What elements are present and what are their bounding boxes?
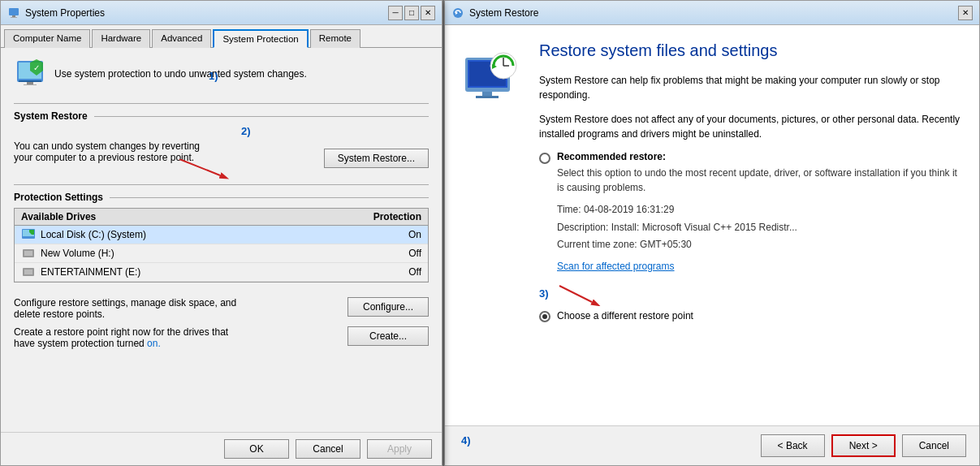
recommended-option-content: Recommended restore: Select this option … bbox=[557, 151, 963, 272]
tab-advanced[interactable]: Advanced bbox=[152, 29, 211, 48]
system-restore-button[interactable]: System Restore... bbox=[324, 149, 429, 168]
system-properties-content: ✓ Use system protection to undo unwanted… bbox=[1, 48, 442, 432]
create-row: Create a restore point right now for the… bbox=[14, 326, 429, 349]
ok-button[interactable]: OK bbox=[224, 439, 289, 459]
tab-hardware[interactable]: Hardware bbox=[92, 29, 150, 48]
drive-h-protection: Off bbox=[408, 248, 421, 259]
sr-heading: Restore system files and settings bbox=[539, 41, 963, 60]
annotation-arrow-3 bbox=[555, 282, 604, 306]
svg-line-11 bbox=[179, 159, 220, 175]
sr-para2: System Restore does not affect any of yo… bbox=[539, 112, 963, 141]
configure-description: Configure restore settings, manage disk … bbox=[14, 297, 341, 320]
restore-timezone: Current time zone: GMT+05:30 bbox=[557, 236, 963, 254]
system-restore-row: You can undo system changes by reverting… bbox=[14, 140, 429, 168]
svg-rect-18 bbox=[24, 270, 32, 274]
svg-rect-7 bbox=[24, 84, 37, 85]
tabs-container: Computer Name Hardware Advanced System P… bbox=[1, 25, 442, 48]
tab-system-protection[interactable]: System Protection bbox=[213, 29, 308, 48]
sr-main-icon bbox=[461, 41, 526, 106]
system-properties-window: System Properties ─ □ ✕ Computer Name Ha… bbox=[0, 0, 443, 466]
system-properties-title: System Properties bbox=[25, 7, 105, 19]
apply-button[interactable]: Apply bbox=[367, 439, 432, 459]
create-button[interactable]: Create... bbox=[348, 326, 429, 346]
drive-c-name: Local Disk (C:) (System) bbox=[41, 229, 146, 240]
annotation-3: 3) bbox=[539, 287, 549, 300]
sr-para1: System Restore can help fix problems tha… bbox=[539, 73, 963, 102]
system-restore-content: Restore system files and settings System… bbox=[445, 25, 979, 425]
next-button[interactable]: Next > bbox=[831, 434, 896, 457]
system-properties-footer: OK Cancel Apply bbox=[1, 432, 442, 465]
tab-computer-name[interactable]: Computer Name bbox=[4, 29, 90, 48]
system-restore-section-title: System Restore bbox=[14, 110, 429, 122]
protection-header-text: Use system protection to undo unwanted s… bbox=[54, 68, 307, 80]
system-properties-title-bar: System Properties ─ □ ✕ bbox=[1, 1, 442, 25]
system-properties-icon bbox=[7, 6, 20, 19]
configure-row: Configure restore settings, manage disk … bbox=[14, 297, 429, 320]
recommended-restore-option: Recommended restore: Select this option … bbox=[539, 151, 963, 272]
protection-settings-title: Protection Settings bbox=[14, 192, 429, 203]
drive-h-icon bbox=[21, 247, 37, 260]
col-drives: Available Drives bbox=[21, 211, 373, 222]
col-protection: Protection bbox=[373, 211, 421, 222]
drive-e-name: ENTERTAINMENT (E:) bbox=[41, 266, 140, 278]
system-restore-title-bar: System Restore ✕ bbox=[445, 1, 979, 25]
drive-e-icon bbox=[21, 265, 37, 278]
drive-c-protection: On bbox=[408, 229, 421, 240]
sr-main-content: Restore system files and settings System… bbox=[539, 41, 963, 409]
on-text: on. bbox=[147, 338, 161, 349]
protection-table: Available Drives Protection Local Disk (… bbox=[14, 208, 429, 283]
annotation-1: 1) bbox=[209, 70, 218, 82]
minimize-button[interactable]: ─ bbox=[388, 6, 403, 20]
create-description: Create a restore point right now for the… bbox=[14, 326, 341, 349]
table-row[interactable]: Local Disk (C:) (System) On bbox=[15, 226, 428, 244]
recommended-label: Recommended restore: bbox=[557, 151, 963, 162]
table-row[interactable]: New Volume (H:) Off bbox=[15, 244, 428, 263]
sr-close-button[interactable]: ✕ bbox=[958, 6, 973, 20]
table-row[interactable]: ENTERTAINMENT (E:) Off bbox=[15, 263, 428, 282]
choose-label: Choose a different restore point bbox=[557, 310, 693, 321]
system-restore-window: System Restore ✕ bbox=[444, 0, 980, 466]
svg-rect-1 bbox=[12, 15, 15, 17]
configure-button[interactable]: Configure... bbox=[348, 297, 429, 317]
system-restore-icon bbox=[451, 6, 464, 19]
restore-description: You can undo system changes by reverting… bbox=[14, 140, 317, 163]
svg-rect-26 bbox=[476, 96, 499, 98]
sr-cancel-button[interactable]: Cancel bbox=[902, 434, 966, 457]
recommended-radio[interactable] bbox=[539, 153, 550, 164]
scan-affected-programs-link[interactable]: Scan for affected programs bbox=[557, 261, 675, 272]
svg-rect-2 bbox=[11, 17, 17, 18]
protection-settings-section: Protection Settings Available Drives Pro… bbox=[14, 192, 429, 283]
svg-line-33 bbox=[559, 286, 592, 302]
protection-icon: ✓ bbox=[14, 58, 46, 90]
restore-info: Time: 04-08-2019 16:31:29 Description: I… bbox=[557, 201, 963, 254]
drive-c-icon bbox=[21, 228, 37, 241]
svg-rect-16 bbox=[24, 251, 32, 256]
system-restore-window-title: System Restore bbox=[469, 7, 538, 19]
system-restore-footer: 4) < Back Next > Cancel bbox=[445, 425, 979, 465]
restore-desc: Description: Install: Microsoft Visual C… bbox=[557, 219, 963, 237]
close-button[interactable]: ✕ bbox=[421, 6, 435, 20]
svg-rect-6 bbox=[27, 82, 33, 84]
svg-text:✓: ✓ bbox=[33, 63, 40, 72]
annotation-4: 4) bbox=[461, 434, 471, 457]
sr-icon-area bbox=[461, 41, 526, 409]
restore-time: Time: 04-08-2019 16:31:29 bbox=[557, 201, 963, 219]
protection-table-header: Available Drives Protection bbox=[15, 209, 428, 226]
choose-radio[interactable] bbox=[539, 311, 550, 322]
drive-h-name: New Volume (H:) bbox=[41, 248, 114, 259]
annotation-2: 2) bbox=[241, 125, 251, 137]
cancel-button[interactable]: Cancel bbox=[296, 439, 360, 459]
choose-restore-option: Choose a different restore point bbox=[539, 309, 963, 322]
recommended-detail: Select this option to undo the most rece… bbox=[557, 166, 963, 195]
protection-header: ✓ Use system protection to undo unwanted… bbox=[14, 58, 429, 90]
back-button[interactable]: < Back bbox=[761, 434, 825, 457]
annotation-arrow-2 bbox=[171, 159, 236, 183]
tab-remote[interactable]: Remote bbox=[310, 29, 360, 48]
svg-rect-0 bbox=[9, 8, 19, 15]
svg-rect-5 bbox=[19, 80, 41, 82]
drive-e-protection: Off bbox=[408, 266, 421, 278]
maximize-button[interactable]: □ bbox=[404, 6, 419, 20]
